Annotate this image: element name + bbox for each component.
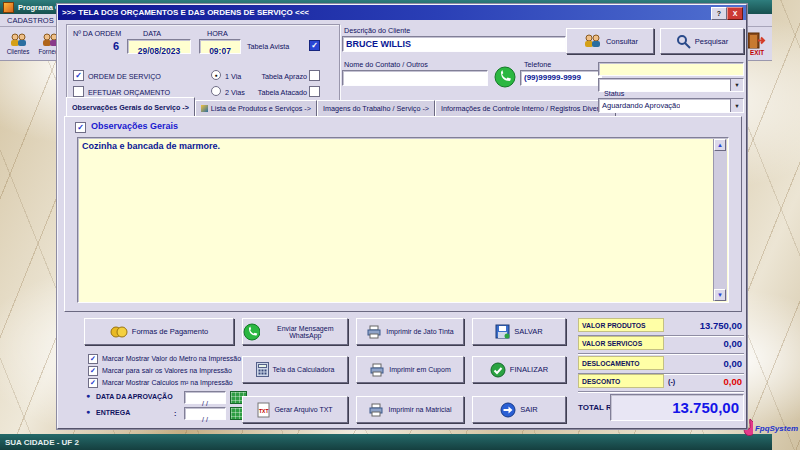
gerar-txt-button[interactable]: TXT Gerar Arquivo TXT [242,396,348,423]
scroll-down-button[interactable]: ▼ [714,289,726,301]
descricao-cliente-label: Descrição do Cliente [344,26,410,35]
whatsapp-icon[interactable] [494,66,516,92]
close-button[interactable]: X [727,7,743,20]
contato-label: Nome do Contato / Outros [344,60,428,69]
efetuar-orcamento-checkbox[interactable] [73,86,84,97]
imprimir-matricial-button[interactable]: Imprimir na Matricial [356,396,464,423]
consultar-button[interactable]: Consultar [566,28,654,54]
deslocamento-value: 0,00 [724,358,743,369]
radio-2-vias[interactable] [211,86,221,96]
clientes-button[interactable]: Clientes [2,28,34,59]
imprimir-cupom-button[interactable]: Imprimir em Cupom [356,356,464,383]
calculator-icon [256,362,269,377]
desconto-value: 0,00 [724,376,743,387]
checkmark-icon: ✓ [90,367,96,374]
salvar-button[interactable]: SALVAR [472,318,566,345]
save-icon [495,324,510,339]
efetuar-orcamento-label: EFETUAR ORÇAMENTO [88,88,170,97]
tab-produtos[interactable]: Lista de Produtos e Serviços -> [195,100,317,116]
statusbar-text: SUA CIDADE - UF 2 [5,438,79,447]
valor-produtos-row: VALOR PRODUTOS 13.750,00 [578,318,744,336]
observacoes-textarea[interactable]: Cozinha e bancada de marmore. ▲ ▼ [77,137,729,303]
aprovacao-date-field[interactable]: / / [184,391,226,404]
pesquisar-label: Pesquisar [695,37,728,46]
check-metro-label: Marcar Mostrar Valor do Metro na Impress… [102,355,241,362]
menu-cadastros[interactable]: CADASTROS [7,16,54,25]
check-calculos-label: Marcar Mostrar Calculos m² na Impressão [102,379,233,386]
descricao-cliente-input[interactable]: BRUCE WILLIS [342,36,566,52]
enviar-whatsapp-button[interactable]: Enviar Mensagem WhatsApp [242,318,348,345]
valor-produtos-value: 13.750,00 [700,320,742,331]
scroll-up-icon: ▲ [717,142,723,148]
arrow-glyph: ▼ [734,82,739,88]
help-button[interactable]: ? [711,7,727,20]
via1-label: 1 Via [225,72,241,81]
tab-controle-interno[interactable]: Informações de Controle Interno / Regist… [435,100,616,116]
tab-label: Lista de Produtos e Serviços -> [211,104,311,113]
data-value: 29/08/2023 [138,46,181,56]
tab-label: Informações de Controle Interno / Regist… [441,104,610,113]
desconto-label: DESCONTO [578,374,664,388]
tab-observacoes[interactable]: Observações Gerais do Serviço -> [66,97,195,116]
checkmark-icon: ✓ [77,123,84,132]
telefone-input[interactable]: (99)99999-9999 [520,70,602,86]
close-icon: X [733,10,738,17]
tabela-avista-checkbox[interactable]: ✓ [309,40,320,51]
deslocamento-label: DESLOCAMENTO [578,356,664,370]
exit-button[interactable]: EXIT [744,28,770,59]
data-field[interactable]: 29/08/2023 [127,39,191,54]
imprimir-jato-button[interactable]: Imprimir de Jato Tinta [356,318,464,345]
scroll-up-button[interactable]: ▲ [714,139,726,151]
hora-value: 09:07 [209,46,231,56]
enviar-whatsapp-label: Enviar Mensagem WhatsApp [264,325,347,339]
list-icon [201,105,208,112]
check-calculos-checkbox[interactable]: ✓ [88,378,98,388]
tab-imagens[interactable]: Imagens do Trabalho / Serviço -> [317,100,435,116]
chevron-down-icon[interactable]: ▼ [730,79,743,91]
people-icon [582,33,602,49]
extra-field-input[interactable] [598,62,744,76]
ordem-servico-label: ORDEM DE SERVIÇO [88,72,161,81]
finalizar-label: FINALIZAR [510,365,548,374]
hora-field[interactable]: 09:07 [199,39,241,54]
ordem-servico-dialog: >>> TELA DOS ORÇAMENTOS E DAS ORDENS DE … [57,4,747,429]
status-combobox[interactable]: Aguardando Aprovação ▼ [598,98,744,113]
valor-servicos-value: 0,00 [724,338,743,349]
data-label: DATA [143,29,161,38]
exit-door-icon [746,32,768,49]
status-label: Status [604,89,624,98]
tabela-atacado-checkbox[interactable] [309,86,320,97]
app-icon [3,2,14,13]
people-icon [8,32,28,48]
via2-label: 2 Vias [225,88,245,97]
check-valores-checkbox[interactable]: ✓ [88,366,98,376]
coins-icon [110,325,128,339]
txt-file-icon: TXT [257,402,270,418]
chevron-down-icon[interactable]: ▼ [730,99,743,112]
imprimir-cupom-label: Imprimir em Cupom [389,366,450,373]
entrega-date-field[interactable]: / / [184,407,226,420]
calculadora-button[interactable]: Tela da Calculadora [242,356,348,383]
hora-label: HORA [207,29,228,38]
tabela-aprazo-checkbox[interactable] [309,70,320,81]
clientes-label: Clientes [7,48,30,55]
check-metro-checkbox[interactable]: ✓ [88,354,98,364]
observacoes-label: Observações Gerais [91,121,178,131]
contato-input[interactable] [342,70,488,86]
imprimir-matricial-label: Imprimir na Matricial [388,406,451,413]
svg-text:TXT: TXT [259,408,268,414]
observacoes-checkbox[interactable]: ✓ [75,122,86,133]
row-label-text: DESCONTO [582,378,620,385]
order-groupbox: Nº DA ORDEM 6 DATA 29/08/2023 HORA 09:07… [66,24,340,102]
formas-pagamento-button[interactable]: Formas de Pagamento [84,318,234,345]
vertical-scrollbar[interactable]: ▲ ▼ [713,139,727,301]
finalizar-button[interactable]: FINALIZAR [472,356,566,383]
tabela-atacado-label: Tabela Atacado [245,88,307,97]
ordem-servico-checkbox[interactable]: ✓ [73,70,84,81]
sair-button[interactable]: SAIR [472,396,566,423]
aprovacao-label: DATA DA APROVAÇÃO [96,393,173,400]
radio-1-via[interactable]: ● [211,70,221,80]
aprovacao-date-value: / / [202,400,208,407]
desconto-prefix: (-) [668,377,675,386]
pesquisar-button[interactable]: Pesquisar [660,28,744,54]
